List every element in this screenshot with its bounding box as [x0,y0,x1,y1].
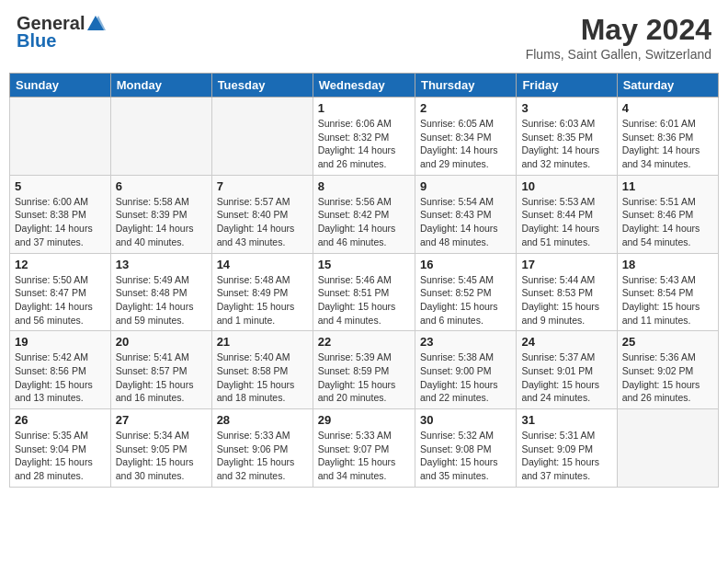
day-info: Sunrise: 5:33 AM Sunset: 9:06 PM Dayligh… [217,429,308,483]
day-info: Sunrise: 5:49 AM Sunset: 8:48 PM Dayligh… [116,273,207,327]
page-title: May 2024 [526,13,711,47]
day-info: Sunrise: 5:44 AM Sunset: 8:53 PM Dayligh… [521,273,611,327]
calendar-day-cell: 31Sunrise: 5:31 AM Sunset: 9:09 PM Dayli… [517,409,617,488]
calendar-day-cell: 22Sunrise: 5:39 AM Sunset: 8:59 PM Dayli… [313,331,415,409]
day-number: 26 [15,413,106,427]
day-info: Sunrise: 6:00 AM Sunset: 8:38 PM Dayligh… [15,195,106,249]
day-number: 14 [217,258,308,271]
day-number: 10 [521,179,611,193]
day-number: 13 [116,258,207,271]
weekday-header: Wednesday [313,74,415,98]
logo: General Blue [17,13,107,52]
day-info: Sunrise: 5:38 AM Sunset: 9:00 PM Dayligh… [420,350,511,405]
calendar-day-cell: 16Sunrise: 5:45 AM Sunset: 8:52 PM Dayli… [415,253,516,331]
day-number: 1 [318,101,410,115]
day-info: Sunrise: 5:50 AM Sunset: 8:47 PM Dayligh… [15,273,106,327]
calendar-day-cell: 18Sunrise: 5:43 AM Sunset: 8:54 PM Dayli… [617,253,718,331]
day-number: 23 [420,335,511,349]
day-number: 31 [521,413,611,427]
day-number: 11 [622,179,713,193]
day-number: 21 [217,335,308,349]
day-number: 28 [217,413,308,427]
calendar-day-cell: 28Sunrise: 5:33 AM Sunset: 9:06 PM Dayli… [211,409,313,488]
day-number: 17 [521,258,611,271]
day-info: Sunrise: 5:51 AM Sunset: 8:46 PM Dayligh… [622,195,713,249]
day-number: 2 [420,101,511,115]
day-number: 6 [116,179,207,193]
day-number: 22 [318,335,410,349]
weekday-header: Friday [517,74,617,98]
calendar-day-cell: 15Sunrise: 5:46 AM Sunset: 8:51 PM Dayli… [313,253,415,331]
day-number: 29 [318,413,410,427]
day-number: 20 [116,335,207,349]
day-info: Sunrise: 6:03 AM Sunset: 8:35 PM Dayligh… [521,117,611,171]
day-info: Sunrise: 6:05 AM Sunset: 8:34 PM Dayligh… [420,117,511,171]
day-info: Sunrise: 5:54 AM Sunset: 8:43 PM Dayligh… [420,195,511,249]
day-number: 12 [15,258,106,271]
day-number: 25 [622,335,713,349]
calendar-day-cell: 30Sunrise: 5:32 AM Sunset: 9:08 PM Dayli… [415,409,516,488]
day-number: 18 [622,258,713,271]
day-info: Sunrise: 5:45 AM Sunset: 8:52 PM Dayligh… [420,273,511,327]
day-info: Sunrise: 5:35 AM Sunset: 9:04 PM Dayligh… [15,429,106,483]
calendar-week-row: 5Sunrise: 6:00 AM Sunset: 8:38 PM Daylig… [10,175,719,253]
day-number: 3 [521,101,611,115]
weekday-header: Thursday [415,74,516,98]
page-subtitle: Flums, Saint Gallen, Switzerland [526,47,711,62]
day-info: Sunrise: 5:41 AM Sunset: 8:57 PM Dayligh… [116,350,207,405]
calendar-day-cell: 29Sunrise: 5:33 AM Sunset: 9:07 PM Dayli… [313,409,415,488]
calendar-day-cell: 2Sunrise: 6:05 AM Sunset: 8:34 PM Daylig… [415,98,516,176]
calendar-day-cell: 23Sunrise: 5:38 AM Sunset: 9:00 PM Dayli… [415,331,516,409]
calendar-day-cell: 25Sunrise: 5:36 AM Sunset: 9:02 PM Dayli… [617,331,718,409]
calendar-day-cell: 8Sunrise: 5:56 AM Sunset: 8:42 PM Daylig… [313,175,415,253]
calendar-day-cell: 17Sunrise: 5:44 AM Sunset: 8:53 PM Dayli… [517,253,617,331]
day-info: Sunrise: 5:48 AM Sunset: 8:49 PM Dayligh… [217,273,308,327]
calendar-day-cell: 11Sunrise: 5:51 AM Sunset: 8:46 PM Dayli… [617,175,718,253]
day-info: Sunrise: 5:57 AM Sunset: 8:40 PM Dayligh… [217,195,308,249]
day-info: Sunrise: 6:01 AM Sunset: 8:36 PM Dayligh… [622,117,713,171]
title-block: May 2024 Flums, Saint Gallen, Switzerlan… [526,13,711,62]
calendar-day-cell: 20Sunrise: 5:41 AM Sunset: 8:57 PM Dayli… [110,331,211,409]
page-header: General Blue May 2024 Flums, Saint Galle… [9,9,719,65]
day-number: 19 [15,335,106,349]
calendar-day-cell: 26Sunrise: 5:35 AM Sunset: 9:04 PM Dayli… [10,409,111,488]
calendar-day-cell: 9Sunrise: 5:54 AM Sunset: 8:43 PM Daylig… [415,175,516,253]
calendar-week-row: 26Sunrise: 5:35 AM Sunset: 9:04 PM Dayli… [10,409,719,488]
day-info: Sunrise: 5:32 AM Sunset: 9:08 PM Dayligh… [420,429,511,483]
logo-blue: Blue [17,30,56,52]
weekday-header: Sunday [10,74,111,98]
day-number: 8 [318,179,410,193]
calendar-day-cell: 10Sunrise: 5:53 AM Sunset: 8:44 PM Dayli… [517,175,617,253]
day-info: Sunrise: 5:53 AM Sunset: 8:44 PM Dayligh… [521,195,611,249]
calendar-day-cell: 13Sunrise: 5:49 AM Sunset: 8:48 PM Dayli… [110,253,211,331]
day-info: Sunrise: 5:58 AM Sunset: 8:39 PM Dayligh… [116,195,207,249]
day-info: Sunrise: 5:43 AM Sunset: 8:54 PM Dayligh… [622,273,713,327]
day-number: 16 [420,258,511,271]
calendar-day-cell [110,98,211,176]
day-number: 4 [622,101,713,115]
weekday-header: Saturday [617,74,718,98]
day-info: Sunrise: 5:40 AM Sunset: 8:58 PM Dayligh… [217,350,308,405]
calendar-day-cell: 6Sunrise: 5:58 AM Sunset: 8:39 PM Daylig… [110,175,211,253]
calendar-day-cell: 5Sunrise: 6:00 AM Sunset: 8:38 PM Daylig… [10,175,111,253]
day-info: Sunrise: 5:39 AM Sunset: 8:59 PM Dayligh… [318,350,410,405]
calendar-day-cell [617,409,718,488]
calendar-day-cell [10,98,111,176]
weekday-header: Monday [110,74,211,98]
calendar-week-row: 12Sunrise: 5:50 AM Sunset: 8:47 PM Dayli… [10,253,719,331]
day-info: Sunrise: 5:34 AM Sunset: 9:05 PM Dayligh… [116,429,207,483]
day-number: 24 [521,335,611,349]
day-number: 15 [318,258,410,271]
logo-icon [85,14,106,34]
calendar-day-cell: 14Sunrise: 5:48 AM Sunset: 8:49 PM Dayli… [211,253,313,331]
calendar-day-cell: 19Sunrise: 5:42 AM Sunset: 8:56 PM Dayli… [10,331,111,409]
calendar-week-row: 19Sunrise: 5:42 AM Sunset: 8:56 PM Dayli… [10,331,719,409]
calendar-day-cell: 4Sunrise: 6:01 AM Sunset: 8:36 PM Daylig… [617,98,718,176]
calendar-day-cell: 27Sunrise: 5:34 AM Sunset: 9:05 PM Dayli… [110,409,211,488]
day-number: 9 [420,179,511,193]
day-info: Sunrise: 5:56 AM Sunset: 8:42 PM Dayligh… [318,195,410,249]
day-info: Sunrise: 5:31 AM Sunset: 9:09 PM Dayligh… [521,429,611,483]
calendar-table: SundayMondayTuesdayWednesdayThursdayFrid… [9,73,719,488]
day-number: 5 [15,179,106,193]
day-number: 7 [217,179,308,193]
